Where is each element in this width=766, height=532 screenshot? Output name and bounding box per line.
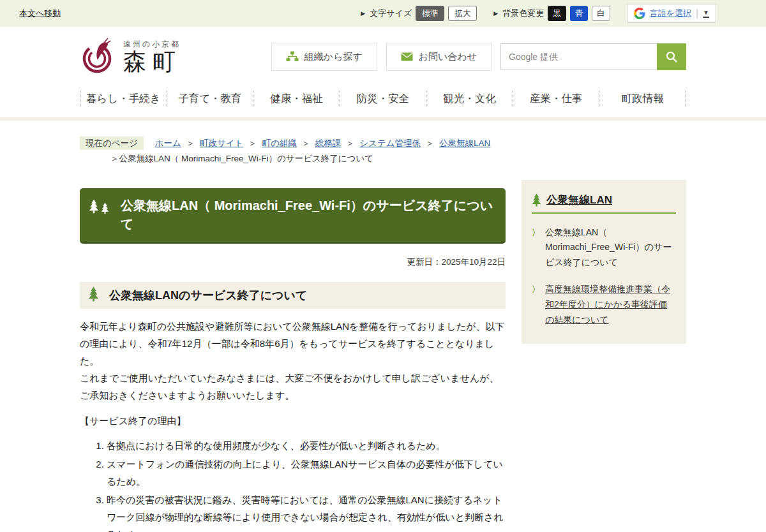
breadcrumb-separator: ＞ bbox=[426, 138, 435, 148]
font-size-control: ▶ 文字サイズ 標準 拡大 bbox=[361, 6, 477, 22]
chevron-right-icon: 〉 bbox=[532, 282, 540, 327]
reasons-label: 【サービス終了の理由】 bbox=[80, 415, 506, 427]
nav-item-kanko[interactable]: 観光・文化 bbox=[426, 89, 513, 108]
utility-controls: ▶ 文字サイズ 標準 拡大 ▶ 背景色変更 黒 青 白 言語を選択 | ▼ bbox=[361, 4, 716, 23]
font-size-large-button[interactable]: 拡大 bbox=[448, 6, 477, 22]
language-select-label: 言語を選択 bbox=[650, 8, 691, 19]
paragraph: これまでご使用いただいていたみなさまには、大変ご不便をおかけして申し訳ございませ… bbox=[80, 369, 506, 404]
envelope-icon bbox=[401, 52, 413, 61]
background-color-control: ▶ 背景色変更 黒 青 白 bbox=[493, 6, 610, 22]
breadcrumb-separator: ＞ bbox=[301, 138, 310, 148]
global-nav: 暮らし・手続き 子育て・教育 健康・福祉 防災・安全 観光・文化 産業・仕事 町… bbox=[80, 89, 686, 117]
section-heading-service-end: 公衆無線LANのサービス終了について bbox=[80, 282, 506, 309]
page-title-text: 公衆無線LAN（ Morimachi_Free_Wi-Fi）のサービス終了につい… bbox=[121, 198, 493, 231]
pine-tree-icon bbox=[88, 286, 99, 306]
language-select-widget[interactable]: 言語を選択 | ▼ bbox=[627, 4, 716, 23]
breadcrumb-link-home[interactable]: ホーム bbox=[155, 138, 181, 148]
search-icon bbox=[665, 50, 678, 63]
bg-white-button[interactable]: 白 bbox=[592, 6, 610, 22]
arrow-right-icon: ▶ bbox=[493, 10, 498, 17]
font-size-label: 文字サイズ bbox=[370, 8, 412, 19]
chevron-right-icon: 〉 bbox=[532, 225, 540, 270]
breadcrumb-current-page: ＞公衆無線LAN（ Morimachi_Free_Wi-Fi）のサービス終了につ… bbox=[110, 151, 686, 166]
breadcrumb: 現在のページ ホーム ＞ 町政サイト ＞ 町の組織 ＞ 総務課 ＞ システム管理… bbox=[80, 136, 686, 167]
reasons-list: 各拠点における日常的な使用頻度が少なく、必要性が低いと判断されるため。 スマート… bbox=[89, 437, 506, 532]
list-item: スマートフォンの通信技術の向上により、公衆無線LANサービス自体の必要性が低下し… bbox=[107, 455, 506, 490]
nav-item-kosodate[interactable]: 子育て・教育 bbox=[167, 89, 253, 108]
breadcrumb-link-system[interactable]: システム管理係 bbox=[359, 138, 421, 148]
sidebar-wlan: 公衆無線LAN 〉 公衆無線LAN（ Morimachi_Free_Wi-Fi）… bbox=[522, 180, 686, 344]
contact-button[interactable]: お問い合わせ bbox=[386, 43, 492, 71]
breadcrumb-separator: ＞ bbox=[248, 138, 257, 148]
list-item: 各拠点における日常的な使用頻度が少なく、必要性が低いと判断されるため。 bbox=[107, 437, 506, 454]
font-size-standard-button[interactable]: 標準 bbox=[416, 6, 444, 22]
sidebar-item-service-end[interactable]: 〉 公衆無線LAN（ Morimachi_Free_Wi-Fi）のサービス終了に… bbox=[532, 225, 676, 270]
breadcrumb-link-chosei-site[interactable]: 町政サイト bbox=[200, 138, 243, 148]
page-title-banner: 公衆無線LAN（ Morimachi_Free_Wi-Fi）のサービス終了につい… bbox=[80, 188, 506, 244]
bg-color-label: 背景色変更 bbox=[502, 8, 544, 19]
sidebar-item-evaluation[interactable]: 〉 高度無線環境整備推進事業（令和2年度分）にかかる事後評価の結果について bbox=[532, 282, 676, 327]
main-content: 公衆無線LAN（ Morimachi_Free_Wi-Fi）のサービス終了につい… bbox=[80, 180, 506, 532]
contact-label: お問い合わせ bbox=[419, 51, 477, 63]
sidebar-item-label: 公衆無線LAN（ Morimachi_Free_Wi-Fi）のサービス終了につい… bbox=[545, 225, 676, 270]
paragraph: 令和元年より森町の公共施設や避難所等において公衆無線LANを整備を行っておりまし… bbox=[80, 318, 506, 369]
nav-divider bbox=[686, 91, 686, 107]
site-name: 森町 bbox=[123, 50, 182, 75]
org-chart-icon bbox=[286, 51, 299, 63]
arrow-right-icon: ▶ bbox=[361, 10, 365, 17]
search-input[interactable] bbox=[500, 43, 657, 70]
caret-down-icon: ▼ bbox=[703, 10, 709, 18]
nav-item-kenko[interactable]: 健康・福祉 bbox=[253, 89, 340, 108]
site-logo[interactable]: 遠州の小京都 森町 bbox=[80, 37, 182, 77]
skip-to-content-link[interactable]: 本文へ移動 bbox=[19, 8, 61, 19]
breadcrumb-link-wlan[interactable]: 公衆無線LAN bbox=[439, 138, 490, 148]
nav-item-sangyo[interactable]: 産業・仕事 bbox=[513, 89, 599, 108]
pine-tree-icon bbox=[532, 193, 541, 207]
utility-bar: 本文へ移動 ▶ 文字サイズ 標準 拡大 ▶ 背景色変更 黒 青 白 言語を選択 … bbox=[0, 0, 766, 27]
sidebar-title-link[interactable]: 公衆無線LAN bbox=[546, 193, 612, 207]
nav-item-chosei[interactable]: 町政情報 bbox=[599, 89, 686, 108]
divider: | bbox=[696, 8, 698, 19]
header-divider bbox=[0, 117, 766, 121]
pine-trees-icon bbox=[89, 198, 109, 215]
breadcrumb-label: 現在のページ bbox=[80, 137, 144, 150]
breadcrumb-link-soshiki[interactable]: 町の組織 bbox=[262, 138, 296, 148]
list-item: 昨今の災害の被害状況に鑑み、災害時等においては、通常の公衆無線LANに接続するネ… bbox=[107, 491, 506, 532]
org-search-label: 組織から探す bbox=[304, 51, 363, 63]
search-button[interactable] bbox=[657, 43, 686, 70]
google-logo-icon bbox=[634, 8, 645, 19]
section-heading-text: 公衆無線LANのサービス終了について bbox=[109, 289, 307, 302]
bg-black-button[interactable]: 黒 bbox=[548, 6, 566, 22]
breadcrumb-link-somuka[interactable]: 総務課 bbox=[315, 138, 342, 148]
nav-item-kurashi[interactable]: 暮らし・手続き bbox=[80, 89, 167, 108]
breadcrumb-separator: ＞ bbox=[346, 138, 355, 148]
site-header: 遠州の小京都 森町 組織から探す お問い合わせ bbox=[0, 27, 766, 121]
sidebar-item-label: 高度無線環境整備推進事業（令和2年度分）にかかる事後評価の結果について bbox=[545, 282, 676, 327]
site-search bbox=[500, 43, 686, 70]
breadcrumb-separator: ＞ bbox=[186, 138, 195, 148]
org-search-button[interactable]: 組織から探す bbox=[271, 43, 377, 71]
updated-date: 更新日：2025年10月22日 bbox=[80, 256, 506, 268]
nav-item-bosai[interactable]: 防災・安全 bbox=[340, 89, 426, 108]
mori-town-emblem-icon bbox=[80, 37, 117, 77]
site-tagline: 遠州の小京都 bbox=[123, 39, 182, 50]
bg-blue-button[interactable]: 青 bbox=[570, 6, 589, 22]
